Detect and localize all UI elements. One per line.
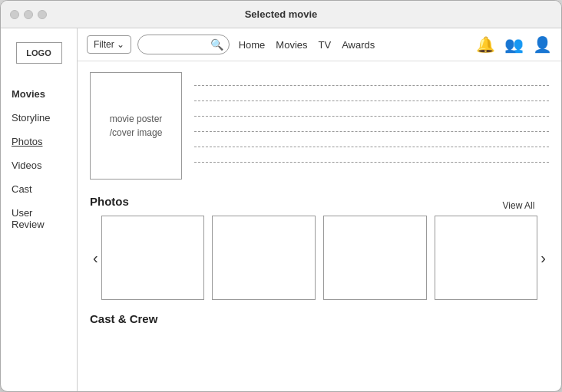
nav-tv[interactable]: TV	[319, 39, 332, 51]
detail-line-1	[194, 75, 549, 86]
sidebar-item-user-review[interactable]: User Review	[1, 201, 77, 236]
detail-line-6	[194, 152, 549, 163]
traffic-lights	[10, 10, 47, 19]
sidebar-nav: Movies Storyline Photos Videos Cast User…	[1, 82, 77, 236]
sidebar-item-storyline[interactable]: Storyline	[1, 106, 77, 130]
sidebar-item-videos[interactable]: Videos	[1, 153, 77, 177]
sidebar: LOGO Movies Storyline Photos Videos Cast	[1, 28, 78, 391]
search-icon[interactable]: 🔍	[210, 38, 223, 51]
photo-thumb-4	[435, 216, 538, 300]
nav-awards[interactable]: Awards	[342, 39, 375, 51]
maximize-button[interactable]	[38, 10, 47, 19]
detail-line-4	[194, 121, 549, 132]
app-body: LOGO Movies Storyline Photos Videos Cast	[1, 28, 561, 391]
photo-thumb-2	[212, 216, 316, 300]
cast-crew-title: Cast & Crew	[90, 312, 549, 325]
app-window: Selected movie LOGO Movies Storyline Pho…	[0, 0, 562, 392]
content-area: movie poster/cover image Photos	[78, 61, 561, 391]
close-button[interactable]	[10, 10, 19, 19]
photos-section-header: Photos	[90, 195, 549, 208]
carousel-next-button[interactable]: ›	[537, 249, 549, 267]
title-bar: Selected movie	[1, 1, 561, 28]
profile-icon[interactable]: 👤	[533, 35, 552, 54]
photos-section-title: Photos	[90, 195, 129, 208]
window-title: Selected movie	[245, 8, 318, 20]
detail-line-2	[194, 91, 549, 101]
logo[interactable]: LOGO	[16, 42, 62, 64]
photo-thumb-3	[323, 216, 427, 300]
group-icon[interactable]: 👥	[504, 35, 524, 54]
sidebar-item-movies[interactable]: Movies	[1, 82, 77, 106]
photos-carousel: ‹ View All ›	[90, 216, 549, 300]
sidebar-item-photos[interactable]: Photos	[1, 130, 77, 153]
movie-poster: movie poster/cover image	[90, 72, 182, 180]
movie-info-row: movie poster/cover image	[90, 72, 549, 180]
search-input[interactable]	[146, 39, 207, 50]
nav-home[interactable]: Home	[239, 39, 266, 51]
detail-line-5	[194, 137, 549, 147]
view-all-link[interactable]: View All	[503, 200, 535, 211]
nav-links: Home Movies TV Awards	[239, 39, 375, 51]
photos-grid	[101, 216, 538, 300]
search-box: 🔍	[137, 35, 230, 54]
carousel-prev-button[interactable]: ‹	[90, 249, 101, 267]
notification-icon[interactable]: 🔔	[476, 35, 495, 54]
minimize-button[interactable]	[24, 10, 33, 19]
nav-movies[interactable]: Movies	[276, 39, 307, 51]
main-content: Filter ⌄ 🔍 Home Movies TV Awards 🔔 👥 👤	[78, 28, 561, 391]
sidebar-item-cast[interactable]: Cast	[1, 177, 77, 201]
chevron-down-icon: ⌄	[117, 39, 124, 50]
movie-details	[194, 72, 549, 180]
filter-button[interactable]: Filter ⌄	[87, 35, 131, 54]
nav-icons: 🔔 👥 👤	[476, 35, 552, 54]
photo-thumb-1	[101, 216, 205, 300]
top-nav: Filter ⌄ 🔍 Home Movies TV Awards 🔔 👥 👤	[78, 28, 561, 61]
detail-line-3	[194, 106, 549, 117]
